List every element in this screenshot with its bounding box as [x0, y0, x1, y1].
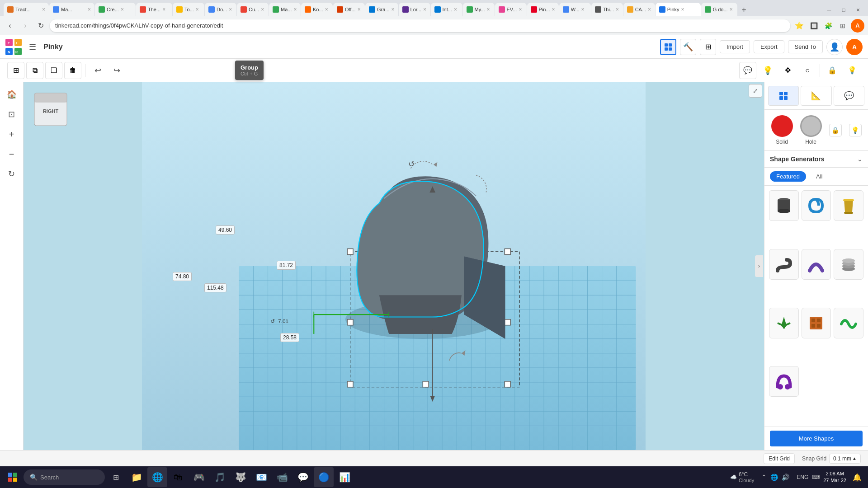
volume-icon[interactable]: 🔊 [782, 474, 789, 481]
browser-tab[interactable]: Ma... × [269, 3, 301, 16]
taskbar-app-excel[interactable]: 📊 [335, 467, 354, 487]
select-button[interactable]: ✥ [779, 62, 796, 79]
browser-tab[interactable]: G do... × [701, 3, 737, 16]
orbit-button[interactable]: ↻ [3, 165, 20, 183]
back-button[interactable]: ‹ [4, 19, 16, 32]
clock[interactable]: 2:08 AM 27-Mar-22 [823, 470, 846, 484]
duplicate-button[interactable]: ❑ [45, 62, 62, 79]
redo-button[interactable]: ↪ [108, 62, 125, 79]
lock-button[interactable]: 🔒 [824, 62, 841, 79]
import-button[interactable]: Import [720, 40, 750, 53]
browser-tab[interactable]: Gra... × [365, 3, 398, 16]
maximize-button[interactable]: □ [837, 4, 850, 16]
forward-button[interactable]: › [19, 19, 32, 32]
extension-icon[interactable]: 🔲 [807, 19, 820, 32]
browser-tab[interactable]: The... × [136, 3, 172, 16]
delete-button[interactable]: 🗑 [64, 62, 81, 79]
new-tab-button[interactable]: + [738, 4, 750, 16]
snap-value-button[interactable]: 0.1 mm ▲ [829, 454, 861, 464]
taskbar-search[interactable]: 🔍 Search [24, 469, 105, 485]
browser-tab[interactable]: Thi... × [591, 3, 623, 16]
taskbar-app-chrome[interactable]: 🔵 [314, 467, 334, 487]
edit-grid-button[interactable]: Edit Grid [764, 453, 795, 464]
shape-item-s-shape[interactable] [769, 249, 799, 280]
menu-button[interactable]: ☰ [25, 40, 40, 54]
browser-tab[interactable]: CA... × [623, 3, 655, 16]
taskbar-app-game[interactable]: 🎮 [189, 467, 209, 487]
taskbar-app-wolf[interactable]: 🐺 [231, 467, 250, 487]
all-tab[interactable]: All [810, 171, 829, 182]
person-icon-button[interactable]: 👤 [826, 39, 843, 55]
browser-tab[interactable]: Lor... × [399, 3, 430, 16]
shape-item-green-wave[interactable] [834, 308, 863, 338]
profile-icon[interactable]: A [851, 19, 864, 33]
copy-scene-button[interactable]: ⊞ [7, 62, 24, 79]
network-icon[interactable]: 🌐 [770, 474, 778, 481]
expand-button[interactable]: ⤢ [749, 84, 762, 98]
start-button[interactable] [4, 468, 22, 486]
browser-tab[interactable]: My... × [463, 3, 495, 16]
taskbar-app-music[interactable]: 🎵 [210, 467, 230, 487]
reload-button[interactable]: ↻ [34, 19, 47, 32]
shape-item-boomerang[interactable] [802, 249, 831, 280]
browser-tab-active[interactable]: Pinky × [656, 3, 701, 16]
user-avatar[interactable]: A [846, 39, 863, 55]
browser-tab[interactable]: W... × [559, 3, 591, 16]
shape-item-claw[interactable] [769, 308, 799, 338]
chevron-up-icon[interactable]: ⌃ [761, 474, 767, 481]
circle-tool-button[interactable]: ○ [799, 62, 816, 79]
task-view-button[interactable]: ⊞ [107, 468, 125, 486]
browser-tab[interactable]: Ko... × [301, 3, 333, 16]
browser-tab[interactable]: Ma... × [49, 3, 94, 16]
shape-item-coins[interactable] [834, 249, 863, 280]
send-to-button[interactable]: Send To [788, 40, 823, 53]
panel-chat-btn[interactable]: 💬 [834, 86, 864, 106]
view-cube[interactable]: RIGHT [31, 89, 71, 131]
close-button[interactable]: × [852, 4, 864, 16]
taskbar-app-store[interactable]: 🛍 [168, 467, 188, 487]
undo-button[interactable]: ↩ [89, 62, 106, 79]
zoom-in-button[interactable]: + [3, 126, 20, 143]
annotate-button[interactable]: 💬 [739, 62, 756, 79]
zoom-fit-button[interactable]: ⊡ [3, 106, 20, 123]
taskbar-weather[interactable]: ☁️ 6°C Cloudy [726, 471, 758, 483]
address-bar[interactable]: tinkercad.com/things/0f4pwCKALhV-copy-of… [50, 19, 790, 32]
grid-view-button[interactable] [660, 39, 676, 55]
light2-button[interactable]: 💡 [844, 62, 861, 79]
shape-item-cup[interactable] [834, 190, 863, 221]
shape-item-coil[interactable] [802, 190, 831, 221]
tinkercad-logo[interactable]: T I N K [5, 39, 22, 55]
browser-tab[interactable]: EV... × [495, 3, 527, 16]
more-icon[interactable]: ⊞ [836, 19, 849, 32]
taskbar-app-skype[interactable]: 💬 [293, 467, 313, 487]
solid-button[interactable]: Solid [771, 115, 793, 145]
browser-tab[interactable]: Do... × [205, 3, 236, 16]
puzzle-icon[interactable]: 🧩 [822, 19, 835, 32]
taskbar-app-meet[interactable]: 📹 [272, 467, 292, 487]
featured-tab[interactable]: Featured [770, 171, 806, 182]
shape-item-cylinder[interactable] [769, 190, 799, 221]
browser-tab[interactable]: Cu... × [237, 3, 269, 16]
browser-tab[interactable]: Int... × [431, 3, 462, 16]
taskbar-app-mail[interactable]: 📧 [251, 467, 271, 487]
shape-item-horn[interactable] [769, 366, 799, 397]
viewport[interactable]: ↺ ↺ -7.01 [24, 82, 764, 450]
browser-tab[interactable]: Tract... × [4, 3, 49, 16]
bookmark-button[interactable]: ⭐ [793, 19, 806, 32]
layers-button[interactable]: ⊞ [700, 39, 716, 55]
hole-button[interactable]: Hole [800, 115, 822, 145]
taskbar-app-files[interactable]: 📁 [127, 467, 146, 487]
home-nav-button[interactable]: 🏠 [3, 86, 20, 103]
language-indicator[interactable]: ENG [797, 474, 808, 480]
section-chevron[interactable]: ⌄ [857, 155, 863, 163]
browser-tab[interactable]: Pin... × [527, 3, 559, 16]
copy-object-button[interactable]: ⧉ [26, 62, 43, 79]
browser-tab[interactable]: Off... × [333, 3, 365, 16]
browser-tab[interactable]: Cre... × [95, 3, 136, 16]
panel-ruler-btn[interactable]: 📐 [801, 86, 831, 106]
minimize-button[interactable]: ─ [823, 4, 835, 16]
zoom-out-button[interactable]: − [3, 145, 20, 163]
taskbar-app-browser[interactable]: 🌐 [147, 467, 167, 487]
browser-tab[interactable]: To... × [173, 3, 204, 16]
lock-toggle[interactable]: 🔒 [829, 124, 842, 136]
